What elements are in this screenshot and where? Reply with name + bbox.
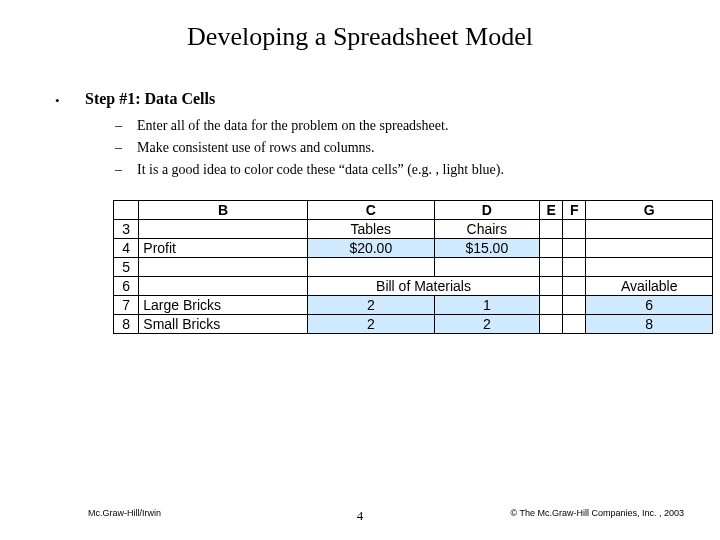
row-num: 4 — [114, 239, 139, 258]
table-row: 8 Small Bricks 2 2 8 — [114, 315, 713, 334]
cell — [563, 239, 586, 258]
sub-bullet-2: Make consistent use of rows and columns. — [115, 140, 665, 156]
col-B: B — [139, 201, 308, 220]
table-row: 6 Bill of Materials Available — [114, 277, 713, 296]
sub-bullet-1: Enter all of the data for the problem on… — [115, 118, 665, 134]
sub-bullets: Enter all of the data for the problem on… — [55, 118, 665, 178]
cell — [563, 315, 586, 334]
cell-data: 2 — [308, 315, 435, 334]
cell — [434, 258, 539, 277]
cell — [563, 277, 586, 296]
spreadsheet-table: B C D E F G 3 Tables Chairs 4 Profit $20… — [113, 200, 713, 334]
cell — [563, 296, 586, 315]
cell: Profit — [139, 239, 308, 258]
col-C: C — [308, 201, 435, 220]
bullet-step1: • Step #1: Data Cells — [55, 90, 665, 112]
cell — [540, 277, 563, 296]
table-row: 7 Large Bricks 2 1 6 — [114, 296, 713, 315]
bullet-dot: • — [55, 90, 85, 112]
sub-bullet-3: It is a good idea to color code these “d… — [115, 162, 665, 178]
col-F: F — [563, 201, 586, 220]
cell-data: $15.00 — [434, 239, 539, 258]
table-row: 3 Tables Chairs — [114, 220, 713, 239]
step-heading: Step #1: Data Cells — [85, 90, 215, 108]
cell: Large Bricks — [139, 296, 308, 315]
footer-right: © The Mc.Graw-Hill Companies, Inc. , 200… — [510, 508, 684, 518]
cell — [586, 258, 713, 277]
cell-data: $20.00 — [308, 239, 435, 258]
cell-data: 6 — [586, 296, 713, 315]
cell-data: 8 — [586, 315, 713, 334]
row-num: 7 — [114, 296, 139, 315]
cell-data: 2 — [308, 296, 435, 315]
cell — [139, 220, 308, 239]
table-row: 4 Profit $20.00 $15.00 — [114, 239, 713, 258]
cell — [540, 258, 563, 277]
cell — [540, 239, 563, 258]
cell — [563, 258, 586, 277]
table-row: 5 — [114, 258, 713, 277]
row-num: 5 — [114, 258, 139, 277]
cell: Bill of Materials — [308, 277, 540, 296]
cell — [540, 220, 563, 239]
cell — [586, 220, 713, 239]
cell — [308, 258, 435, 277]
cell — [563, 220, 586, 239]
col-header-row: B C D E F G — [114, 201, 713, 220]
cell: Chairs — [434, 220, 539, 239]
slide-body: • Step #1: Data Cells Enter all of the d… — [0, 90, 720, 334]
row-num: 6 — [114, 277, 139, 296]
corner-cell — [114, 201, 139, 220]
slide-title: Developing a Spreadsheet Model — [0, 22, 720, 52]
cell-data: 1 — [434, 296, 539, 315]
cell — [586, 239, 713, 258]
cell: Tables — [308, 220, 435, 239]
cell — [139, 258, 308, 277]
col-E: E — [540, 201, 563, 220]
row-num: 8 — [114, 315, 139, 334]
cell — [540, 296, 563, 315]
col-G: G — [586, 201, 713, 220]
cell-data: 2 — [434, 315, 539, 334]
cell — [139, 277, 308, 296]
cell — [540, 315, 563, 334]
col-D: D — [434, 201, 539, 220]
row-num: 3 — [114, 220, 139, 239]
spreadsheet-image: B C D E F G 3 Tables Chairs 4 Profit $20… — [113, 200, 713, 334]
cell: Available — [586, 277, 713, 296]
cell: Small Bricks — [139, 315, 308, 334]
